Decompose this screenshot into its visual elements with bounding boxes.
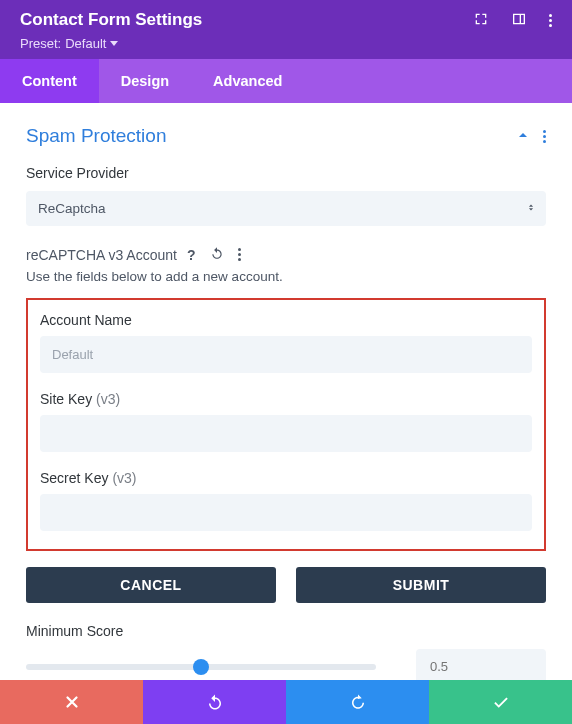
secret-key-input[interactable] bbox=[40, 494, 532, 531]
section-actions bbox=[517, 128, 546, 144]
preset-value: Default bbox=[65, 36, 106, 51]
footer-redo-button[interactable] bbox=[286, 680, 429, 724]
section-header: Spam Protection bbox=[26, 125, 546, 147]
kebab-icon[interactable] bbox=[549, 14, 552, 27]
min-score-slider[interactable] bbox=[26, 658, 376, 676]
service-provider-select[interactable]: ReCaptcha bbox=[26, 191, 546, 226]
content-panel: Spam Protection Service Provider ReCaptc… bbox=[0, 103, 572, 706]
slider-thumb[interactable] bbox=[193, 659, 209, 675]
secret-key-label: Secret Key (v3) bbox=[40, 470, 532, 486]
tab-design[interactable]: Design bbox=[99, 59, 191, 103]
account-fields-box: Account Name Site Key (v3) Secret Key (v… bbox=[26, 298, 546, 551]
account-heading: reCAPTCHA v3 Account bbox=[26, 247, 177, 263]
site-key-label: Site Key (v3) bbox=[40, 391, 532, 407]
service-provider-select-wrap: ReCaptcha bbox=[26, 191, 546, 226]
submit-button[interactable]: SUBMIT bbox=[296, 567, 546, 603]
chevron-up-icon[interactable] bbox=[517, 128, 529, 144]
reset-icon[interactable] bbox=[210, 246, 224, 263]
expand-icon[interactable] bbox=[473, 11, 489, 30]
tab-advanced[interactable]: Advanced bbox=[191, 59, 304, 103]
site-key-input[interactable] bbox=[40, 415, 532, 452]
header-actions bbox=[473, 11, 552, 30]
account-hint: Use the fields below to add a new accoun… bbox=[26, 269, 546, 284]
page-title: Contact Form Settings bbox=[20, 10, 202, 30]
account-name-label: Account Name bbox=[40, 312, 532, 328]
section-title[interactable]: Spam Protection bbox=[26, 125, 166, 147]
footer-cancel-button[interactable] bbox=[0, 680, 143, 724]
kebab-icon[interactable] bbox=[238, 248, 241, 261]
caret-down-icon bbox=[110, 41, 118, 46]
min-score-row bbox=[26, 649, 546, 684]
preset-label: Preset: bbox=[20, 36, 61, 51]
preset-selector[interactable]: Preset: Default bbox=[20, 36, 552, 51]
cancel-button[interactable]: CANCEL bbox=[26, 567, 276, 603]
header: Contact Form Settings Preset: Default bbox=[0, 0, 572, 59]
footer-bar bbox=[0, 680, 572, 724]
panel-icon[interactable] bbox=[511, 11, 527, 30]
kebab-icon[interactable] bbox=[543, 130, 546, 143]
help-icon[interactable]: ? bbox=[187, 247, 196, 263]
button-row: CANCEL SUBMIT bbox=[26, 567, 546, 603]
min-score-label: Minimum Score bbox=[26, 623, 546, 639]
account-heading-row: reCAPTCHA v3 Account ? bbox=[26, 246, 546, 263]
min-score-input[interactable] bbox=[416, 649, 546, 684]
footer-save-button[interactable] bbox=[429, 680, 572, 724]
footer-undo-button[interactable] bbox=[143, 680, 286, 724]
tab-content[interactable]: Content bbox=[0, 59, 99, 103]
tabs: Content Design Advanced bbox=[0, 59, 572, 103]
account-name-input[interactable] bbox=[40, 336, 532, 373]
header-top: Contact Form Settings bbox=[20, 10, 552, 30]
service-provider-label: Service Provider bbox=[26, 165, 546, 181]
